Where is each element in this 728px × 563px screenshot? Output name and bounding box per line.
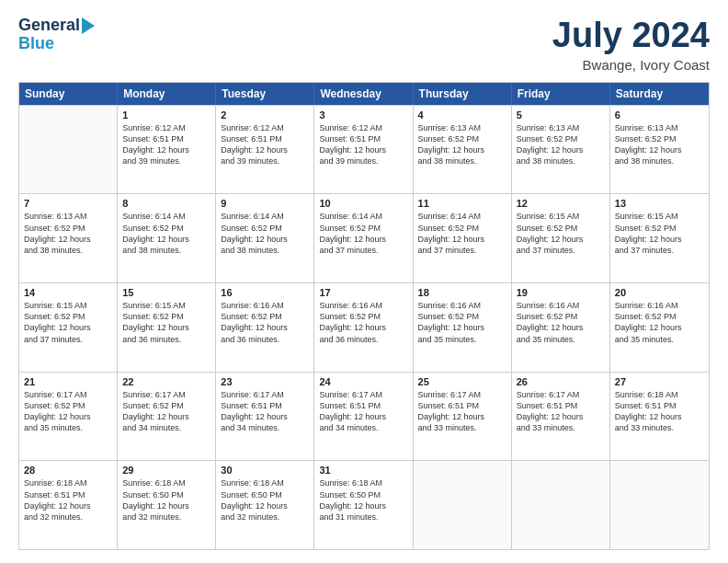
calendar: SundayMondayTuesdayWednesdayThursdayFrid… (18, 82, 710, 550)
cell-info-line: Daylight: 12 hours (221, 234, 309, 245)
cell-info-line: Sunset: 6:51 PM (122, 133, 210, 144)
cell-info-line: and 32 minutes. (24, 511, 112, 523)
day-number: 14 (24, 287, 112, 298)
cell-info-line: and 38 minutes. (24, 245, 112, 256)
calendar-row-1: 1Sunrise: 6:12 AMSunset: 6:51 PMDaylight… (19, 105, 709, 194)
cell-info-line: and 33 minutes. (615, 422, 704, 433)
cell-info-line: and 34 minutes. (122, 422, 210, 433)
cal-cell: 20Sunrise: 6:16 AMSunset: 6:52 PMDayligh… (610, 283, 709, 372)
cell-info-line: and 36 minutes. (221, 334, 309, 345)
cell-info-line: Daylight: 12 hours (122, 500, 210, 511)
cell-info-line: Sunset: 6:52 PM (517, 133, 605, 144)
day-number: 5 (517, 109, 605, 121)
cell-info-line: Daylight: 12 hours (319, 322, 407, 333)
cell-info-line: Daylight: 12 hours (418, 144, 506, 155)
cell-info-line: Sunset: 6:51 PM (418, 400, 506, 411)
day-number: 6 (615, 109, 704, 121)
cal-cell: 26Sunrise: 6:17 AMSunset: 6:51 PMDayligh… (512, 373, 610, 461)
cell-info-line: Daylight: 12 hours (517, 144, 605, 155)
cell-info-line: Sunset: 6:51 PM (319, 400, 407, 411)
cell-info-line: Sunset: 6:51 PM (24, 489, 112, 500)
cell-info-line: Daylight: 12 hours (122, 234, 210, 245)
cell-info-line: and 35 minutes. (24, 422, 112, 433)
day-of-week-saturday: Saturday (610, 83, 709, 105)
day-of-week-sunday: Sunday (19, 83, 118, 105)
cell-info-line: and 35 minutes. (418, 334, 506, 345)
logo-text-general: General (18, 17, 80, 35)
day-of-week-tuesday: Tuesday (216, 83, 314, 105)
cell-info-line: Sunrise: 6:18 AM (615, 389, 704, 400)
cal-cell: 1Sunrise: 6:12 AMSunset: 6:51 PMDaylight… (118, 106, 216, 194)
cell-info-line: Daylight: 12 hours (517, 234, 605, 245)
calendar-header: SundayMondayTuesdayWednesdayThursdayFrid… (19, 83, 709, 105)
cell-info-line: Daylight: 12 hours (418, 411, 506, 422)
day-number: 28 (24, 465, 112, 476)
cell-info-line: Sunrise: 6:17 AM (517, 389, 605, 400)
day-number: 3 (319, 109, 407, 121)
cell-info-line: Sunrise: 6:14 AM (418, 211, 506, 222)
cell-info-line: Daylight: 12 hours (319, 234, 407, 245)
cell-info-line: Daylight: 12 hours (319, 144, 407, 155)
day-of-week-monday: Monday (118, 83, 216, 105)
cell-info-line: Sunrise: 6:13 AM (517, 122, 605, 133)
day-number: 26 (517, 376, 605, 387)
cell-info-line: and 31 minutes. (319, 511, 407, 523)
cell-info-line: Sunset: 6:52 PM (418, 133, 506, 144)
cal-cell: 28Sunrise: 6:18 AMSunset: 6:51 PMDayligh… (19, 461, 118, 549)
day-number: 17 (319, 287, 407, 298)
cell-info-line: Sunset: 6:52 PM (122, 223, 210, 234)
cell-info-line: Daylight: 12 hours (615, 411, 704, 422)
cell-info-line: Sunrise: 6:14 AM (221, 211, 309, 222)
cell-info-line: Sunset: 6:52 PM (418, 311, 506, 322)
day-number: 29 (122, 465, 210, 476)
cell-info-line: and 38 minutes. (615, 155, 704, 167)
cell-info-line: and 37 minutes. (615, 245, 704, 256)
day-number: 25 (418, 376, 506, 387)
cell-info-line: Daylight: 12 hours (221, 500, 309, 511)
logo-line2: Blue (18, 35, 54, 53)
cell-info-line: Sunset: 6:52 PM (615, 223, 704, 234)
cell-info-line: Sunset: 6:52 PM (319, 311, 407, 322)
cell-info-line: Sunrise: 6:18 AM (221, 477, 309, 488)
logo: General Blue (18, 17, 95, 53)
calendar-row-4: 21Sunrise: 6:17 AMSunset: 6:52 PMDayligh… (19, 372, 709, 461)
cal-cell (610, 461, 709, 549)
cal-cell: 31Sunrise: 6:18 AMSunset: 6:50 PMDayligh… (314, 461, 413, 549)
day-number: 2 (221, 109, 309, 121)
day-number: 31 (319, 465, 407, 476)
cell-info-line: Daylight: 12 hours (615, 144, 704, 155)
month-title: July 2024 (552, 17, 710, 55)
cell-info-line: and 39 minutes. (221, 155, 309, 167)
day-number: 9 (221, 198, 309, 209)
cal-cell: 7Sunrise: 6:13 AMSunset: 6:52 PMDaylight… (19, 194, 118, 282)
logo-text-blue: Blue (18, 35, 54, 53)
cell-info-line: Sunrise: 6:17 AM (24, 389, 112, 400)
cell-info-line: and 35 minutes. (517, 334, 605, 345)
cal-cell: 30Sunrise: 6:18 AMSunset: 6:50 PMDayligh… (216, 461, 314, 549)
cell-info-line: Sunset: 6:50 PM (122, 489, 210, 500)
cal-cell: 6Sunrise: 6:13 AMSunset: 6:52 PMDaylight… (610, 106, 709, 194)
cell-info-line: Daylight: 12 hours (24, 322, 112, 333)
cell-info-line: Daylight: 12 hours (517, 322, 605, 333)
cell-info-line: and 37 minutes. (24, 334, 112, 345)
cal-cell: 22Sunrise: 6:17 AMSunset: 6:52 PMDayligh… (118, 373, 216, 461)
cell-info-line: and 38 minutes. (418, 155, 506, 167)
cell-info-line: and 33 minutes. (418, 422, 506, 433)
cell-info-line: and 34 minutes. (319, 422, 407, 433)
cell-info-line: Sunset: 6:52 PM (24, 400, 112, 411)
cell-info-line: and 37 minutes. (319, 245, 407, 256)
cell-info-line: and 38 minutes. (221, 245, 309, 256)
day-number: 11 (418, 198, 506, 209)
day-number: 4 (418, 109, 506, 121)
logo-arrow-icon (82, 17, 95, 34)
cell-info-line: Daylight: 12 hours (221, 322, 309, 333)
day-number: 19 (517, 287, 605, 298)
cell-info-line: Daylight: 12 hours (122, 144, 210, 155)
calendar-body: 1Sunrise: 6:12 AMSunset: 6:51 PMDaylight… (19, 105, 709, 549)
cal-cell: 18Sunrise: 6:16 AMSunset: 6:52 PMDayligh… (414, 283, 512, 372)
day-number: 8 (122, 198, 210, 209)
day-number: 10 (319, 198, 407, 209)
cal-cell (19, 106, 118, 194)
day-number: 18 (418, 287, 506, 298)
cell-info-line: Daylight: 12 hours (517, 411, 605, 422)
